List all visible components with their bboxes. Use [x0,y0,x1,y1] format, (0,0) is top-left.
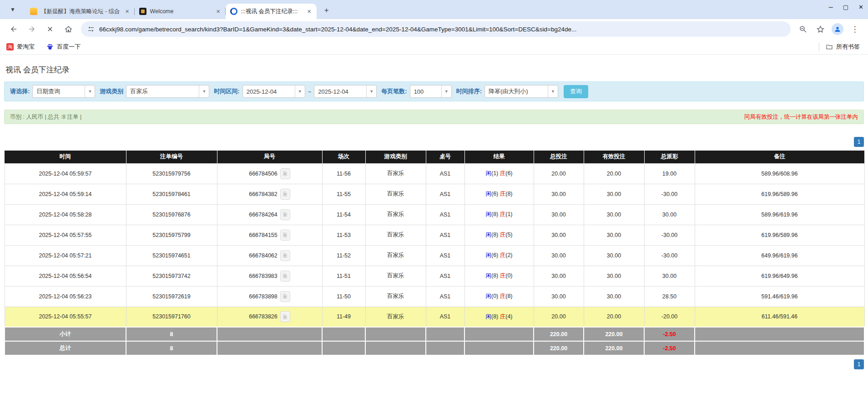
game-type-select[interactable]: 百家乐 ▼ [126,85,209,98]
close-window-button[interactable]: ✕ [858,4,863,10]
video-replay-icon[interactable] [280,230,290,241]
query-mode-select[interactable]: 日期查询 ▼ [32,85,95,98]
chevron-down-icon[interactable]: ▼ [548,86,558,97]
chevron-down-icon[interactable]: ▼ [441,86,451,97]
cell-session: 11-54 [322,204,365,225]
cell-session: 11-53 [322,225,365,245]
cell-valid-bet: 30.00 [584,266,644,286]
total-row-cell: 220.00 [584,341,644,355]
date-start-input[interactable]: 2025-12-04 ▼ [242,85,305,98]
tab-title: 【新提醒】海燕策略论坛 - 综合 [41,8,120,15]
cell-game-type: 百家乐 [365,225,426,245]
cell-bet-id: 523015973742 [126,266,217,286]
home-icon[interactable] [62,23,75,35]
video-replay-icon[interactable] [280,271,290,282]
new-tab-button[interactable]: + [320,4,333,17]
tab-search-chevron-icon[interactable]: ▼ [6,3,19,16]
cell-note: 611.46/591.46 [695,307,864,327]
maximize-button[interactable]: ▢ [843,4,848,10]
cell-note: 591.46/619.96 [695,286,864,307]
column-header: 桌号 [426,151,464,163]
cell-valid-bet: 30.00 [584,286,644,307]
address-bar[interactable]: 66cxkj98.com/game/betrecord_search/kind3… [81,21,791,37]
cell-bet-id: 523015976876 [126,204,217,225]
folder-icon [826,43,833,50]
cell-bet-id: 523015975799 [126,225,217,245]
chevron-down-icon[interactable]: ▼ [199,86,209,97]
bookmarks-bar: 淘爱淘宝百度一下 所有书签 [0,39,868,55]
cell-round: 666784155 [217,225,322,245]
bookmark-star-icon[interactable] [814,23,826,35]
total-row-cell [426,341,464,355]
bookmark-label: 百度一下 [57,43,81,51]
bet-record-row: 2025-12-04 05:59:14523015978461666784382… [5,184,864,204]
sort-select[interactable]: 降幂(由大到小) ▼ [484,85,558,98]
bet-record-row: 2025-12-04 05:56:54523015973742666783983… [5,266,864,286]
subtotal-row-cell: 8 [126,327,217,341]
round-number: 666784382 [249,191,278,197]
video-replay-icon[interactable] [280,250,290,261]
cell-result: 闲(6) 庄(2) [464,245,534,266]
cell-session: 11-52 [322,245,365,266]
round-number: 666784506 [249,171,278,177]
video-replay-icon[interactable] [280,311,290,322]
zoom-icon[interactable] [797,23,809,35]
column-header: 有效投注 [584,151,644,163]
cell-time: 2025-12-04 05:55:57 [5,307,126,327]
pagination-page-1-bottom[interactable]: 1 [854,359,864,369]
tab-close-icon[interactable]: ✕ [306,8,313,15]
cell-result: 闲(8) 庄(0) [464,266,534,286]
cell-round: 666784264 [217,204,322,225]
video-replay-icon[interactable] [280,168,290,179]
page-size-value: 100 [410,86,441,97]
chevron-down-icon[interactable]: ▼ [366,86,376,97]
total-row-cell [365,341,426,355]
page-size-select[interactable]: 100 ▼ [410,85,452,98]
video-replay-icon[interactable] [280,189,290,200]
cell-bet-id: 523015979756 [126,163,217,184]
column-header: 注单编号 [126,151,217,163]
subtotal-row-cell [426,327,464,341]
column-header: 总派彩 [644,151,695,163]
date-end-input[interactable]: 2025-12-04 ▼ [314,85,377,98]
bet-record-row: 2025-12-04 05:57:21523015974651666784062… [5,245,864,266]
tab-close-icon[interactable]: ✕ [124,8,131,15]
page-size-label: 每页笔数: [381,87,407,96]
column-header: 场次 [322,151,365,163]
forward-icon[interactable] [25,23,38,35]
stop-loading-icon[interactable] [44,23,56,35]
cell-round: 666783826 [217,307,322,327]
minimize-button[interactable]: ─ [829,4,833,10]
browser-tab-1[interactable]: 【新提醒】海燕策略论坛 - 综合✕ [25,4,135,19]
round-number: 666783983 [249,273,278,279]
bookmark-item-1[interactable]: 淘爱淘宝 [6,43,35,51]
page-title: 视讯 会员下注纪录 [4,55,864,81]
browser-tab-3[interactable]: :::视讯 会员下注纪录:::✕ [226,4,317,19]
column-header: 局号 [217,151,322,163]
video-replay-icon[interactable] [280,291,290,302]
round-number: 666783826 [249,313,278,320]
date-range-label: 时间区间: [214,87,239,96]
cell-payout: 28.50 [644,286,695,307]
video-replay-icon[interactable] [280,209,290,220]
search-button[interactable]: 查询 [564,85,588,98]
site-info-icon[interactable] [87,25,95,33]
browser-menu-icon[interactable]: ⋮ [849,23,861,35]
cell-bet-id: 523015974651 [126,245,217,266]
profile-avatar[interactable] [832,23,843,35]
back-icon[interactable] [7,23,20,35]
cell-table-no: AS1 [426,307,464,327]
url-text[interactable]: 66cxkj98.com/game/betrecord_search/kind3… [99,26,576,33]
chevron-down-icon[interactable]: ▼ [295,86,305,97]
cell-game-type: 百家乐 [365,266,426,286]
browser-tab-2[interactable]: Welcome✕ [135,4,226,19]
all-bookmarks-button[interactable]: 所有书签 [826,43,860,51]
cell-result: 闲(8) 庄(5) [464,225,534,245]
cell-table-no: AS1 [426,204,464,225]
bookmark-item-2[interactable]: 百度一下 [46,43,81,51]
cell-session: 11-56 [322,163,365,184]
tab-close-icon[interactable]: ✕ [215,8,222,15]
pagination-page-1-top[interactable]: 1 [854,137,864,147]
chevron-down-icon[interactable]: ▼ [85,86,95,97]
browser-toolbar: 66cxkj98.com/game/betrecord_search/kind3… [0,19,868,39]
